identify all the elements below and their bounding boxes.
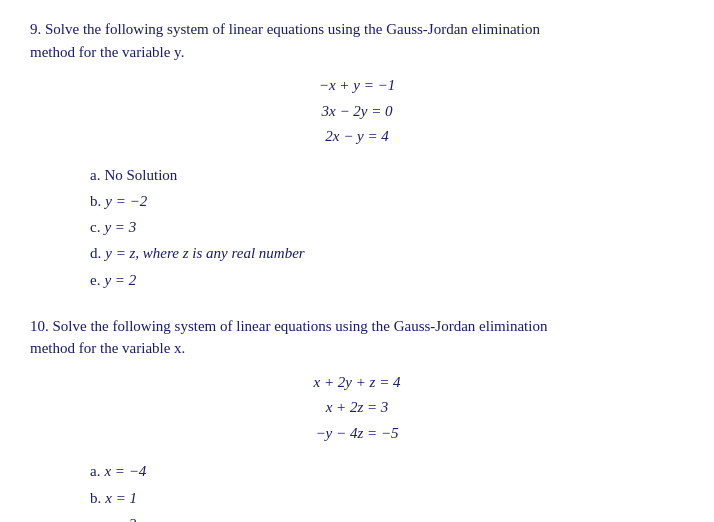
answer-label-2-2: b. <box>90 490 101 506</box>
equations-block-1: −x + y = −13x − 2y = 02x − y = 4 <box>30 73 684 150</box>
answer-item-2-3: c.x = 2 <box>90 511 684 522</box>
answer-text-2-1: x = −4 <box>104 463 146 479</box>
question-number-1: 9. <box>30 21 41 37</box>
equation-2-2: x + 2z = 3 <box>30 395 684 421</box>
answer-item-1-1: a.No Solution <box>90 162 684 188</box>
equation-1-2: 3x − 2y = 0 <box>30 99 684 125</box>
answer-label-2-1: a. <box>90 463 100 479</box>
answer-label-1-4: d. <box>90 245 101 261</box>
answer-label-2-3: c. <box>90 516 100 522</box>
answer-text-2-2: x = 1 <box>105 490 137 506</box>
answer-item-1-5: e.y = 2 <box>90 267 684 293</box>
answer-text-1-2: y = −2 <box>105 193 147 209</box>
question-block-1: 9. Solve the following system of linear … <box>30 18 684 293</box>
answer-text-1-1: No Solution <box>104 167 177 183</box>
question-text-2: 10. Solve the following system of linear… <box>30 315 684 360</box>
answer-label-1-3: c. <box>90 219 100 235</box>
question-text-1: 9. Solve the following system of linear … <box>30 18 684 63</box>
answer-label-1-5: e. <box>90 272 100 288</box>
answer-item-2-2: b.x = 1 <box>90 485 684 511</box>
answer-text-1-3: y = 3 <box>104 219 136 235</box>
answer-item-2-1: a.x = −4 <box>90 458 684 484</box>
question-block-2: 10. Solve the following system of linear… <box>30 315 684 522</box>
answer-text-1-4: y = z, where z is any real number <box>105 245 304 261</box>
equations-block-2: x + 2y + z = 4x + 2z = 3−y − 4z = −5 <box>30 370 684 447</box>
answer-label-1-1: a. <box>90 167 100 183</box>
equation-1-1: −x + y = −1 <box>30 73 684 99</box>
answer-list-2: a.x = −4b.x = 1c.x = 2d.x = 1/3e.No Solu… <box>90 458 684 522</box>
question-number-2: 10. <box>30 318 49 334</box>
answer-list-1: a.No Solutionb.y = −2c.y = 3d.y = z, whe… <box>90 162 684 293</box>
equation-1-3: 2x − y = 4 <box>30 124 684 150</box>
answer-text-1-5: y = 2 <box>104 272 136 288</box>
answer-item-1-3: c.y = 3 <box>90 214 684 240</box>
answer-text-2-3: x = 2 <box>104 516 136 522</box>
equation-2-3: −y − 4z = −5 <box>30 421 684 447</box>
answer-label-1-2: b. <box>90 193 101 209</box>
equation-2-1: x + 2y + z = 4 <box>30 370 684 396</box>
answer-item-1-2: b.y = −2 <box>90 188 684 214</box>
answer-item-1-4: d.y = z, where z is any real number <box>90 240 684 266</box>
